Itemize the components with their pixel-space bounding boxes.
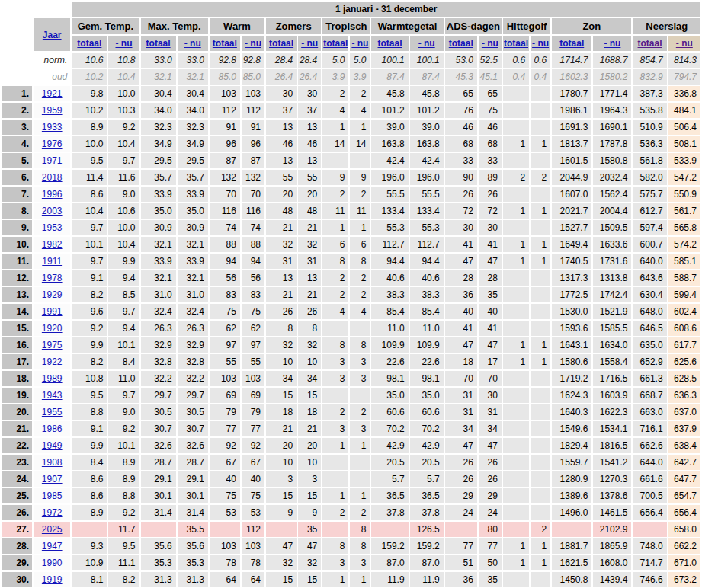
year-link[interactable]: 1921 — [42, 88, 63, 99]
nu-sort-link-ads-dagen[interactable]: - nu — [482, 38, 498, 49]
year-link[interactable]: 1920 — [42, 323, 63, 334]
value-cell: 15 — [266, 488, 297, 503]
totaal-sort-link-zon[interactable]: totaal — [559, 38, 584, 49]
value-cell: 30 — [445, 220, 477, 235]
year-link[interactable]: 1955 — [42, 407, 63, 417]
value-cell: 46 — [298, 136, 321, 152]
value-cell: 97 — [242, 337, 264, 353]
year-link[interactable]: 1959 — [42, 105, 63, 116]
value-cell: 1559.7 — [552, 455, 591, 470]
value-cell: 32.3 — [178, 120, 208, 135]
year-link[interactable]: 2003 — [42, 206, 63, 216]
year-link[interactable]: 1953 — [42, 222, 63, 233]
value-cell: 10.4 — [72, 203, 107, 219]
totaal-sort-link-gem-temp[interactable]: totaal — [77, 38, 101, 49]
nu-sort-link-tropisch[interactable]: - nu — [351, 38, 368, 49]
table-row: 2.195910.210.334.034.0112112373744101.21… — [2, 103, 700, 118]
value-cell: 35.3 — [178, 555, 208, 570]
year-link[interactable]: 1907 — [42, 474, 63, 484]
year-link[interactable]: 1908 — [42, 457, 63, 468]
value-cell: 6 — [350, 237, 370, 252]
value-cell: 18 — [445, 354, 477, 369]
value-cell: 37.8 — [410, 505, 444, 520]
group-header-warmtegetal: Warmtegetal — [371, 18, 443, 34]
value-cell: 2 — [350, 287, 370, 302]
year-link[interactable]: 1933 — [42, 122, 63, 133]
totaal-sort-link-max-temp[interactable]: totaal — [146, 38, 171, 49]
year-link[interactable]: 1971 — [42, 155, 63, 166]
value-cell: 533.9 — [668, 153, 700, 168]
year-link[interactable]: 1922 — [42, 356, 63, 367]
nu-sort-link-warm[interactable]: - nu — [245, 38, 261, 49]
value-cell: 92.8 — [242, 53, 264, 68]
value-cell: 52.5 — [479, 53, 502, 68]
year-link[interactable]: 1972 — [42, 507, 63, 518]
year-link[interactable]: 1943 — [42, 390, 63, 401]
year-link[interactable]: 2025 — [42, 524, 63, 535]
value-cell: 34.0 — [141, 103, 176, 118]
value-cell: 1549.6 — [552, 421, 591, 436]
year-link[interactable]: 1985 — [42, 491, 63, 501]
value-cell: 29.7 — [178, 388, 208, 403]
year-link[interactable]: 1978 — [42, 273, 63, 283]
nu-sort-link-gem-temp[interactable]: - nu — [115, 38, 132, 49]
totaal-sort-link-ads-dagen[interactable]: totaal — [449, 38, 473, 49]
value-cell: 13 — [298, 270, 321, 286]
value-cell: 28.4 — [298, 53, 321, 68]
year-link[interactable]: 1911 — [42, 256, 62, 267]
value-cell: 547.2 — [668, 170, 700, 185]
totaal-sort-link-tropisch[interactable]: totaal — [323, 38, 348, 49]
value-cell: 3.9 — [350, 69, 370, 85]
table-row: 21.19869.19.230.730.7777721213370.270.23… — [2, 421, 700, 436]
value-cell: 15 — [266, 388, 297, 403]
value-cell: 628.5 — [668, 371, 700, 386]
value-cell: 32 — [266, 237, 297, 252]
year-link[interactable]: 1986 — [42, 423, 63, 434]
value-cell: 40 — [479, 304, 502, 319]
year-link[interactable]: 1990 — [42, 558, 63, 568]
year-link[interactable]: 2018 — [42, 172, 63, 183]
year-link[interactable]: 1982 — [42, 239, 63, 250]
value-cell: 1 — [322, 438, 348, 453]
nu-sort-link-zomers[interactable]: - nu — [301, 38, 318, 49]
totaal-sort-link-neerslag[interactable]: totaal — [638, 38, 662, 49]
value-cell: 11.1 — [108, 555, 139, 570]
nu-sort-link-max-temp[interactable]: - nu — [184, 38, 201, 49]
value-cell: 34.9 — [141, 136, 176, 152]
totaal-sort-link-warmtegetal[interactable]: totaal — [378, 38, 402, 49]
value-cell: 10.8 — [108, 53, 139, 68]
nu-sort-link-warmtegetal[interactable]: - nu — [418, 38, 435, 49]
totaal-sort-link-zomers[interactable]: totaal — [269, 38, 293, 49]
sub-header-totaal-gem-temp: totaal — [72, 36, 107, 51]
year-link[interactable]: 1976 — [42, 139, 63, 149]
jaar-sort-link[interactable]: Jaar — [43, 30, 62, 40]
year-link[interactable]: 1947 — [42, 541, 63, 551]
value-cell — [350, 471, 370, 487]
year-link[interactable]: 1975 — [42, 340, 63, 350]
year-link[interactable]: 1929 — [42, 289, 63, 300]
year-link[interactable]: 1949 — [42, 440, 63, 451]
year-link[interactable]: 1989 — [42, 373, 63, 384]
nu-sort-link-hittegolf[interactable]: - nu — [532, 38, 549, 49]
value-cell: 854.7 — [633, 53, 666, 68]
value-cell: 53 — [242, 505, 264, 520]
year-link[interactable]: 1919 — [42, 574, 63, 585]
value-cell: 46 — [479, 120, 502, 135]
group-header-row: JaarGem. Temp.Max. Temp.WarmZomersTropis… — [2, 18, 700, 34]
nu-sort-link-zon[interactable]: - nu — [604, 38, 620, 49]
value-cell: 35.5 — [178, 522, 208, 537]
totaal-sort-link-hittegolf[interactable]: totaal — [504, 38, 528, 49]
year-link[interactable]: 1991 — [42, 306, 63, 317]
year-link[interactable]: 1996 — [42, 189, 63, 200]
value-cell: 1865.9 — [593, 538, 631, 554]
row-number-spacer — [2, 69, 32, 85]
value-cell: 79 — [210, 404, 240, 420]
value-cell: 126.5 — [410, 522, 444, 537]
value-cell: 103 — [242, 86, 264, 101]
totaal-sort-link-warm[interactable]: totaal — [213, 38, 237, 49]
nu-sort-link-neerslag[interactable]: - nu — [676, 38, 693, 49]
value-cell: 4 — [322, 304, 348, 319]
value-cell: 29.5 — [178, 153, 208, 168]
value-cell — [531, 86, 550, 101]
value-cell: 748.0 — [633, 538, 666, 554]
